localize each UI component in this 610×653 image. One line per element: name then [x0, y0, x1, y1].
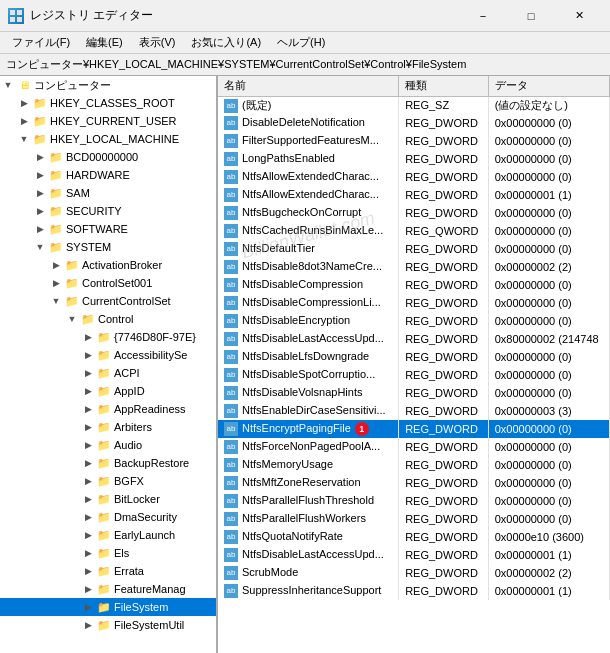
table-row[interactable]: ab(既定)REG_SZ(値の設定なし) — [218, 96, 610, 114]
expand-icon[interactable]: ▶ — [48, 256, 64, 274]
expand-icon[interactable]: ▶ — [80, 580, 96, 598]
expand-icon[interactable]: ▶ — [80, 418, 96, 436]
expand-icon[interactable]: ▶ — [80, 616, 96, 634]
tree-item-currentcontrolset[interactable]: ▼📁CurrentControlSet — [0, 292, 216, 310]
menu-view[interactable]: 表示(V) — [131, 33, 184, 52]
menu-file[interactable]: ファイル(F) — [4, 33, 78, 52]
expand-icon[interactable]: ▶ — [80, 346, 96, 364]
table-row[interactable]: abNtfsDisableCompressionREG_DWORD0x00000… — [218, 276, 610, 294]
tree-item-appid[interactable]: ▶📁AppID — [0, 382, 216, 400]
table-row[interactable]: abNtfsDisableLastAccessUpd...REG_DWORD0x… — [218, 546, 610, 564]
table-row[interactable]: abLongPathsEnabledREG_DWORD0x00000000 (0… — [218, 150, 610, 168]
tree-item-acpi[interactable]: ▶📁ACPI — [0, 364, 216, 382]
table-row[interactable]: abNtfsDisableLastAccessUpd...REG_DWORD0x… — [218, 330, 610, 348]
expand-icon[interactable]: ▶ — [80, 508, 96, 526]
expand-icon[interactable]: ▶ — [80, 328, 96, 346]
tree-item-security[interactable]: ▶📁SECURITY — [0, 202, 216, 220]
tree-item-els[interactable]: ▶📁Els — [0, 544, 216, 562]
expand-icon[interactable]: ▶ — [16, 94, 32, 112]
expand-icon[interactable]: ▶ — [32, 184, 48, 202]
table-row[interactable]: abNtfsDisableLfsDowngradeREG_DWORD0x0000… — [218, 348, 610, 366]
expand-icon[interactable]: ▶ — [48, 274, 64, 292]
table-row[interactable]: abFilterSupportedFeaturesM...REG_DWORD0x… — [218, 132, 610, 150]
expand-icon[interactable]: ▶ — [80, 382, 96, 400]
expand-icon[interactable]: ▼ — [0, 76, 16, 94]
table-row[interactable]: abNtfsQuotaNotifyRateREG_DWORD0x0000e10 … — [218, 528, 610, 546]
table-row[interactable]: abNtfsMftZoneReservationREG_DWORD0x00000… — [218, 474, 610, 492]
menu-help[interactable]: ヘルプ(H) — [269, 33, 333, 52]
table-row[interactable]: abNtfsDisableCompressionLi...REG_DWORD0x… — [218, 294, 610, 312]
expand-icon[interactable]: ▶ — [80, 400, 96, 418]
menu-favorites[interactable]: お気に入り(A) — [183, 33, 269, 52]
col-type[interactable]: 種類 — [399, 76, 489, 96]
tree-item-hkcu[interactable]: ▶📁HKEY_CURRENT_USER — [0, 112, 216, 130]
table-row[interactable]: abNtfsDisableEncryptionREG_DWORD0x000000… — [218, 312, 610, 330]
expand-icon[interactable]: ▶ — [80, 454, 96, 472]
maximize-button[interactable]: □ — [508, 2, 554, 30]
expand-icon[interactable]: ▶ — [32, 166, 48, 184]
col-name[interactable]: 名前 — [218, 76, 399, 96]
tree-item-arbiters[interactable]: ▶📁Arbiters — [0, 418, 216, 436]
table-row[interactable]: abNtfsForceNonPagedPoolA...REG_DWORD0x00… — [218, 438, 610, 456]
expand-icon[interactable]: ▼ — [16, 130, 32, 148]
table-row[interactable]: abNtfsParallelFlushWorkersREG_DWORD0x000… — [218, 510, 610, 528]
expand-icon[interactable]: ▶ — [32, 148, 48, 166]
tree-item-7746[interactable]: ▶📁{7746D80F-97E} — [0, 328, 216, 346]
tree-item-hardware[interactable]: ▶📁HARDWARE — [0, 166, 216, 184]
table-row[interactable]: abNtfsBugcheckOnCorruptREG_DWORD0x000000… — [218, 204, 610, 222]
tree-item-computer[interactable]: ▼🖥コンピューター — [0, 76, 216, 94]
close-button[interactable]: ✕ — [556, 2, 602, 30]
tree-item-hklm[interactable]: ▼📁HKEY_LOCAL_MACHINE — [0, 130, 216, 148]
expand-icon[interactable]: ▶ — [80, 364, 96, 382]
table-row[interactable]: abNtfsDisableVolsnapHintsREG_DWORD0x0000… — [218, 384, 610, 402]
tree-item-filesystem[interactable]: ▶📁FileSystem — [0, 598, 216, 616]
expand-icon[interactable]: ▼ — [48, 292, 64, 310]
table-row[interactable]: abScrubModeREG_DWORD0x00000002 (2) — [218, 564, 610, 582]
tree-item-featuremanager[interactable]: ▶📁FeatureManag — [0, 580, 216, 598]
expand-icon[interactable]: ▶ — [80, 526, 96, 544]
tree-item-system[interactable]: ▼📁SYSTEM — [0, 238, 216, 256]
expand-icon[interactable]: ▶ — [16, 112, 32, 130]
table-row[interactable]: abNtfsAllowExtendedCharac...REG_DWORD0x0… — [218, 168, 610, 186]
col-data[interactable]: データ — [488, 76, 609, 96]
tree-item-filesystemutil[interactable]: ▶📁FileSystemUtil — [0, 616, 216, 634]
expand-icon[interactable]: ▼ — [32, 238, 48, 256]
tree-item-control[interactable]: ▼📁Control — [0, 310, 216, 328]
table-row[interactable]: abDisableDeleteNotificationREG_DWORD0x00… — [218, 114, 610, 132]
table-row[interactable]: abSuppressInheritanceSupportREG_DWORD0x0… — [218, 582, 610, 600]
table-row[interactable]: abNtfsEnableDirCaseSensitivi...REG_DWORD… — [218, 402, 610, 420]
tree-item-dmasecurity[interactable]: ▶📁DmaSecurity — [0, 508, 216, 526]
registry-values[interactable]: 名前 種類 データ ab(既定)REG_SZ(値の設定なし)abDisableD… — [218, 76, 610, 653]
tree-item-activationbroker[interactable]: ▶📁ActivationBroker — [0, 256, 216, 274]
table-row[interactable]: abNtfsMemoryUsageREG_DWORD0x00000000 (0) — [218, 456, 610, 474]
expand-icon[interactable]: ▶ — [80, 598, 96, 616]
tree-item-accessibility[interactable]: ▶📁AccessibilitySe — [0, 346, 216, 364]
tree-item-bitlocker[interactable]: ▶📁BitLocker — [0, 490, 216, 508]
menu-edit[interactable]: 編集(E) — [78, 33, 131, 52]
table-row[interactable]: abNtfsAllowExtendedCharac...REG_DWORD0x0… — [218, 186, 610, 204]
tree-item-audio[interactable]: ▶📁Audio — [0, 436, 216, 454]
table-row[interactable]: abNtfsDefaultTierREG_DWORD0x00000000 (0) — [218, 240, 610, 258]
expand-icon[interactable]: ▶ — [80, 436, 96, 454]
expand-icon[interactable]: ▶ — [80, 562, 96, 580]
table-row[interactable]: abNtfsDisableSpotCorruptio...REG_DWORD0x… — [218, 366, 610, 384]
expand-icon[interactable]: ▶ — [80, 472, 96, 490]
tree-item-sam[interactable]: ▶📁SAM — [0, 184, 216, 202]
table-row[interactable]: abNtfsParallelFlushThresholdREG_DWORD0x0… — [218, 492, 610, 510]
expand-icon[interactable]: ▼ — [64, 310, 80, 328]
expand-icon[interactable]: ▶ — [80, 544, 96, 562]
tree-item-backuprestore[interactable]: ▶📁BackupRestore — [0, 454, 216, 472]
minimize-button[interactable]: − — [460, 2, 506, 30]
tree-item-hkcr[interactable]: ▶📁HKEY_CLASSES_ROOT — [0, 94, 216, 112]
expand-icon[interactable]: ▶ — [32, 220, 48, 238]
expand-icon[interactable]: ▶ — [80, 490, 96, 508]
expand-icon[interactable]: ▶ — [32, 202, 48, 220]
table-row[interactable]: abNtfsEncryptPagingFile1REG_DWORD0x00000… — [218, 420, 610, 438]
tree-item-earlylaunch[interactable]: ▶📁EarlyLaunch — [0, 526, 216, 544]
tree-item-software[interactable]: ▶📁SOFTWARE — [0, 220, 216, 238]
tree-item-appreadiness[interactable]: ▶📁AppReadiness — [0, 400, 216, 418]
tree-item-bcd[interactable]: ▶📁BCD00000000 — [0, 148, 216, 166]
tree-item-controlset001[interactable]: ▶📁ControlSet001 — [0, 274, 216, 292]
tree-item-bgfx[interactable]: ▶📁BGFX — [0, 472, 216, 490]
tree-item-errata[interactable]: ▶📁Errata — [0, 562, 216, 580]
